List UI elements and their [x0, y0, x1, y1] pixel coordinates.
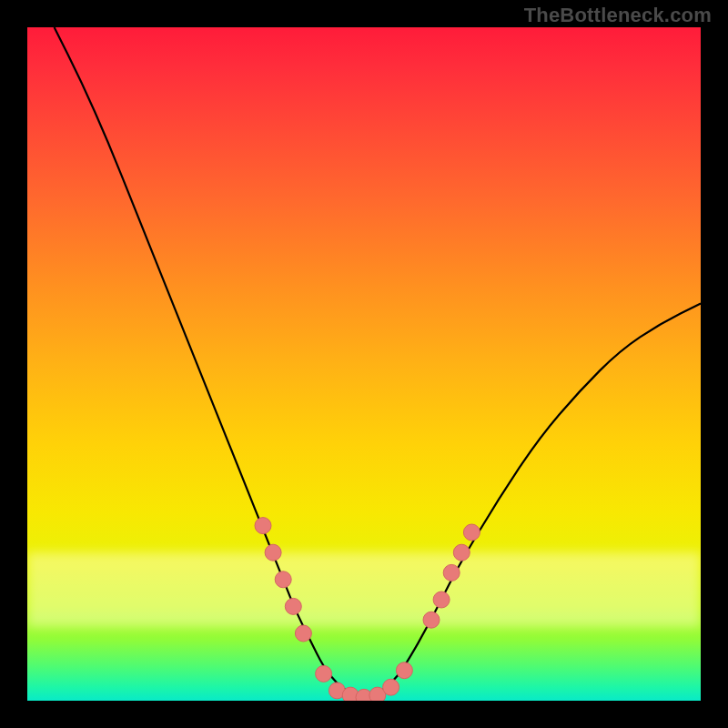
plot-area — [27, 27, 701, 701]
marker-dot — [453, 544, 470, 561]
marker-dot — [396, 662, 412, 679]
marker-dot — [255, 518, 271, 534]
marker-dot — [433, 592, 450, 608]
marker-dot — [383, 679, 399, 695]
marker-dot — [265, 544, 281, 561]
marker-dot — [295, 625, 311, 642]
marker-dot — [316, 665, 332, 682]
marker-dot — [423, 612, 440, 628]
chart-frame: TheBottleneck.com — [0, 0, 728, 728]
watermark-text: TheBottleneck.com — [524, 4, 712, 27]
marker-layer — [27, 27, 701, 701]
marker-dot — [275, 571, 291, 588]
marker-dot — [443, 564, 460, 581]
marker-dot — [285, 598, 301, 614]
marker-dot — [463, 524, 480, 541]
